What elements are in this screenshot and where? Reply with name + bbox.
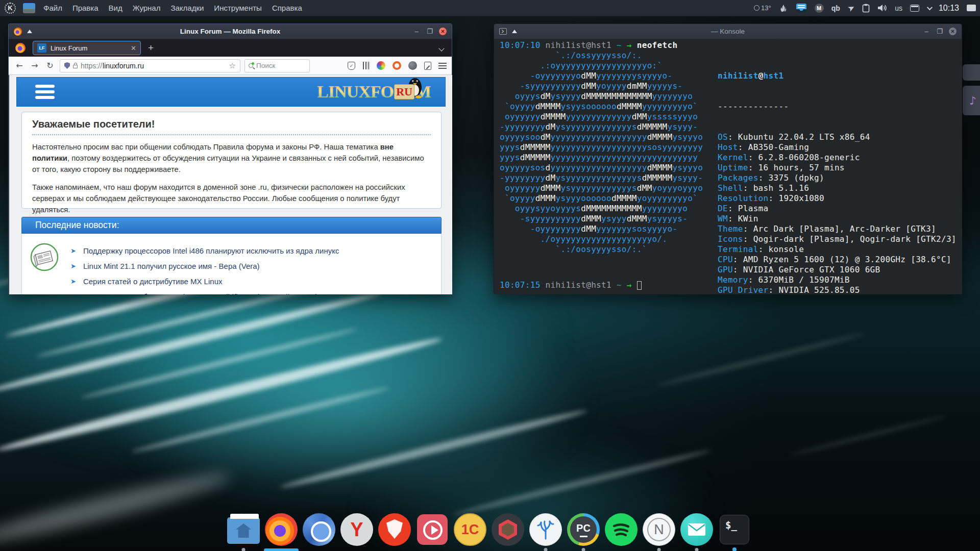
minimize-button[interactable]: –: [922, 28, 930, 35]
minimize-button[interactable]: –: [412, 28, 421, 35]
kde-launcher-icon[interactable]: K: [5, 3, 16, 14]
search-input[interactable]: [256, 62, 297, 69]
keep-above-icon[interactable]: [27, 30, 32, 33]
tab-bar: LF Linux Forum ✕ +: [9, 39, 452, 57]
arrow-icon: ➤: [70, 262, 76, 270]
site-logo[interactable]: LINUXFORUM: [317, 82, 431, 102]
news-item[interactable]: ➤Поддержку процессоров Intel i486 планир…: [70, 243, 339, 258]
back-button[interactable]: ←: [14, 61, 25, 70]
dock-yandex-browser[interactable]: Y: [340, 513, 373, 546]
neofetch-info-line: DE: Plasma: [718, 204, 957, 214]
bookmark-star-icon[interactable]: ☆: [229, 61, 236, 70]
edit-page-icon[interactable]: [424, 62, 431, 70]
firefox-titlebar[interactable]: Linux Forum — Mozilla Firefox – ❐ ✕: [9, 24, 452, 39]
close-button[interactable]: ✕: [439, 28, 447, 35]
window-title: Linux Forum — Mozilla Firefox: [9, 28, 452, 35]
neofetch-info-line: GPU Driver: NVIDIA 525.85.05: [718, 285, 957, 294]
neofetch-info-line: Theme: Arc Dark [Plasma], Arc-Darker [GT…: [718, 224, 957, 234]
dock-chromium[interactable]: [303, 513, 335, 546]
menu-item[interactable]: Справка: [272, 4, 302, 12]
terminal-cursor: [637, 281, 642, 290]
menu-item[interactable]: Закладки: [170, 4, 204, 12]
tab-linux-forum[interactable]: LF Linux Forum ✕: [33, 41, 141, 55]
search-engine-badge: [252, 62, 254, 65]
tray-expander-icon[interactable]: [927, 4, 933, 10]
shell-prompt-1: 10:07:10 nihi1ist@hst1 ~ → neofetch: [500, 40, 677, 51]
tab-overflow-icon[interactable]: [439, 43, 444, 53]
volume-icon[interactable]: [877, 4, 887, 12]
dock-1c[interactable]: 1С: [454, 513, 486, 546]
dock-brave[interactable]: [378, 513, 411, 546]
maximize-button[interactable]: ❐: [936, 28, 944, 35]
news-item[interactable]: ➤Серия статей о дистрибутиве MX Linux: [70, 273, 339, 289]
desktop-widget[interactable]: [963, 64, 980, 81]
menu-item[interactable]: Журнал: [133, 4, 161, 12]
konsole-icon: $_: [720, 515, 749, 544]
tracking-shield-icon[interactable]: [64, 62, 70, 69]
news-link[interactable]: Выпущен дистрибутив MX Linux 21.1 "Wildf…: [83, 292, 321, 295]
dock-hexagon-app[interactable]: [492, 513, 524, 546]
news-item[interactable]: ➤Linux Mint 21.1 получил русское имя - В…: [70, 258, 339, 273]
window-title: — Konsole: [494, 28, 962, 35]
dock-spotify[interactable]: [605, 513, 638, 546]
navigation-toolbar: ← → ↻ https:// linuxforum.ru ☆ ✓: [9, 57, 452, 75]
bookmarks-shield-icon[interactable]: ✓: [348, 62, 355, 70]
forward-button[interactable]: →: [29, 61, 40, 70]
keyboard-layout-indicator[interactable]: us: [895, 4, 902, 12]
library-icon[interactable]: [362, 62, 370, 69]
portproton-icon: PC: [567, 513, 600, 546]
dock-portproton[interactable]: PC: [567, 513, 600, 546]
extension-gray-icon[interactable]: [408, 61, 417, 70]
desktop: K ФайлПравкаВидЖурналЗакладкиИнструменты…: [0, 0, 980, 551]
m-app-tray-icon[interactable]: M: [815, 4, 824, 13]
qbittorrent-tray-icon[interactable]: qb: [831, 4, 840, 12]
dock-mail[interactable]: [680, 513, 713, 546]
dock-media-player[interactable]: [416, 513, 449, 546]
dock-notes-app[interactable]: N: [643, 513, 675, 546]
news-link[interactable]: Поддержку процессоров Intel i486 планиру…: [83, 246, 339, 255]
new-tab-button[interactable]: +: [148, 42, 154, 54]
clipboard-tray-icon[interactable]: [862, 4, 870, 13]
maximize-button[interactable]: ❐: [426, 28, 434, 35]
active-app-icon[interactable]: [23, 3, 35, 13]
dock-firefox[interactable]: [265, 513, 298, 546]
notice-paragraph-1: Настоятельно просим вас при общении собл…: [32, 141, 431, 176]
search-box[interactable]: [244, 59, 310, 72]
show-desktop-button[interactable]: [967, 5, 976, 11]
flame-icon[interactable]: [779, 4, 788, 13]
news-link[interactable]: Linux Mint 21.1 получил русское имя - Ве…: [83, 262, 260, 270]
clock[interactable]: 10:13: [939, 4, 959, 13]
menu-item[interactable]: Вид: [109, 4, 122, 12]
music-note-icon: ♪: [969, 94, 976, 107]
media-widget[interactable]: ♪: [963, 86, 980, 115]
neofetch-info: nihi1ist@hst1 -------------- OS: Kubuntu…: [718, 51, 957, 294]
dock-konsole[interactable]: $_: [718, 513, 751, 546]
extension-colorful-icon[interactable]: [377, 61, 385, 70]
adblock-extension-icon[interactable]: [393, 61, 401, 70]
dock-file-manager[interactable]: [227, 513, 260, 546]
global-menu: ФайлПравкаВидЖурналЗакладкиИнструментыСп…: [43, 4, 302, 12]
news-item[interactable]: ➤Выпущен дистрибутив MX Linux 21.1 "Wild…: [70, 289, 339, 294]
site-menu-icon[interactable]: [35, 85, 55, 99]
weather-widget[interactable]: 13°: [754, 4, 771, 12]
neofetch-info-line: Uptime: 16 hours, 57 mins: [718, 163, 957, 173]
menu-icon[interactable]: [438, 63, 447, 69]
konsole-titlebar[interactable]: — Konsole – ❐ ✕: [494, 24, 962, 39]
neofetch-info-lines: OS: Kubuntu 22.04.2 LTS x86_64Host: AB35…: [718, 132, 957, 294]
menu-item[interactable]: Файл: [43, 4, 62, 12]
yakuake-tray-icon[interactable]: [910, 5, 919, 12]
inbox-tray-icon[interactable]: [796, 3, 807, 13]
url-bar[interactable]: https:// linuxforum.ru ☆: [60, 59, 240, 72]
keep-above-icon[interactable]: [512, 30, 517, 33]
terminal[interactable]: 10:07:10 nihi1ist@hst1 ~ → neofetch `.:/…: [495, 39, 962, 294]
reload-button[interactable]: ↻: [44, 61, 56, 70]
firefox-logo-icon[interactable]: [15, 43, 26, 53]
menu-item[interactable]: Правка: [72, 4, 99, 12]
dock-coral-app[interactable]: [529, 513, 562, 546]
close-button[interactable]: ✕: [949, 28, 957, 35]
neofetch-info-line: OS: Kubuntu 22.04.2 LTS x86_64: [718, 132, 957, 142]
menu-item[interactable]: Инструменты: [214, 4, 262, 12]
tab-close-icon[interactable]: ✕: [131, 44, 136, 52]
news-link[interactable]: Серия статей о дистрибутиве MX Linux: [83, 277, 223, 286]
telegram-tray-icon[interactable]: ➤: [846, 2, 856, 14]
